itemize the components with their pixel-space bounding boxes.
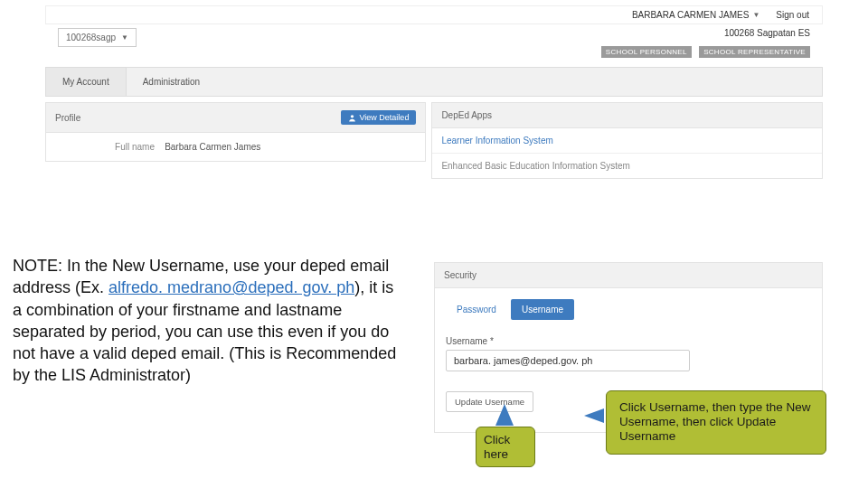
- instruction-note: NOTE: In the New Username, use your depe…: [13, 255, 401, 387]
- arrow-icon: [584, 408, 604, 423]
- tab-password[interactable]: Password: [446, 299, 507, 320]
- callout-click-here: Click here: [476, 427, 535, 467]
- app-link-lis[interactable]: Learner Information System: [432, 128, 822, 154]
- school-code-name: 100268 Sagpatan ES: [598, 28, 810, 38]
- update-username-button[interactable]: Update Username: [446, 391, 533, 412]
- chevron-down-icon: ▼: [121, 33, 128, 42]
- tab-my-account[interactable]: My Account: [46, 68, 127, 96]
- school-selector[interactable]: 100268sagp ▼: [58, 28, 137, 47]
- arrow-icon: [495, 404, 514, 426]
- tab-administration[interactable]: Administration: [127, 68, 216, 96]
- username-input[interactable]: [446, 350, 690, 371]
- content-row: Profile View Detailed Full name Barbara …: [45, 102, 823, 179]
- tab-username[interactable]: Username: [511, 299, 574, 320]
- top-bar: BARBARA CARMEN JAMES ▼ Sign out: [45, 5, 823, 24]
- username-field-label: Username *: [446, 336, 811, 346]
- sign-out-link[interactable]: Sign out: [776, 10, 809, 20]
- fullname-label: Full name: [55, 142, 155, 152]
- chevron-down-icon[interactable]: ▼: [752, 11, 760, 19]
- fullname-value: Barbara Carmen James: [165, 142, 260, 152]
- security-tabs: Password Username: [446, 299, 811, 320]
- school-bar: 100268sagp ▼ 100268 Sagpatan ES SCHOOL P…: [45, 28, 823, 60]
- person-icon: [348, 114, 356, 122]
- school-selector-value: 100268sagp: [66, 33, 116, 42]
- panel-title: DepEd Apps: [441, 110, 492, 120]
- deped-apps-panel: DepEd Apps Learner Information System En…: [431, 102, 823, 179]
- role-tag: SCHOOL PERSONNEL: [601, 46, 692, 58]
- role-tag: SCHOOL REPRESENTATIVE: [699, 46, 810, 58]
- example-email-link[interactable]: alfredo. medrano@deped. gov. ph: [108, 278, 354, 296]
- profile-panel: Profile View Detailed Full name Barbara …: [45, 102, 426, 162]
- callout-instructions: Click Username, then type the New Userna…: [606, 390, 826, 455]
- view-detailed-label: View Detailed: [360, 113, 410, 122]
- current-user[interactable]: BARBARA CARMEN JAMES: [632, 10, 749, 20]
- svg-point-0: [350, 115, 353, 117]
- panel-title: Security: [434, 262, 823, 288]
- view-detailed-button[interactable]: View Detailed: [341, 110, 417, 125]
- main-tabs: My Account Administration: [45, 67, 823, 97]
- app-link-ebeis[interactable]: Enhanced Basic Education Information Sys…: [432, 154, 822, 178]
- panel-title: Profile: [55, 113, 80, 123]
